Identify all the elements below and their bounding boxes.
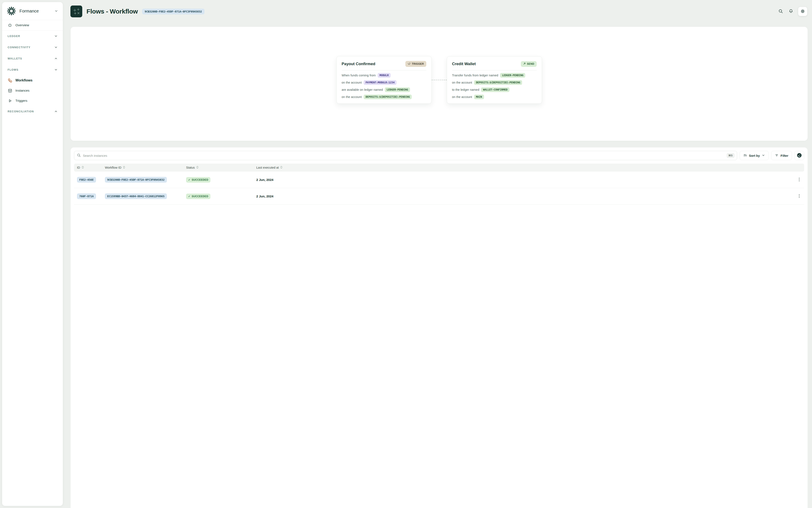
section-label: LEDGER — [8, 35, 20, 38]
sidebar-item-label: Overview — [15, 23, 29, 27]
line-text: on the account — [342, 95, 362, 98]
section-label: WALLETS — [8, 57, 22, 60]
instance-id-pill[interactable]: 760F-871A — [77, 194, 96, 199]
page-title: Flows - Workflow — [87, 8, 138, 15]
sort-by-button[interactable]: Sort by — [740, 151, 769, 160]
sidebar-item-triggers[interactable]: Triggers — [2, 96, 63, 106]
instances-toolbar: ⌘S Sort by — [74, 151, 804, 160]
chevron-down-icon — [54, 34, 58, 38]
table-header: ID Workflow ID Sta — [74, 164, 804, 172]
search-button[interactable] — [777, 8, 784, 15]
send-badge: SEND — [521, 61, 537, 67]
node-title: Credit Wallet — [452, 61, 476, 66]
notifications-button[interactable] — [788, 8, 794, 15]
chevron-down-icon — [54, 9, 58, 13]
table-row[interactable]: F8E2-456E 9CB3200D-F8E2-45DF-871A-0FC3F0… — [74, 172, 804, 188]
search-icon — [778, 9, 783, 14]
brand-name: Formance — [19, 9, 51, 13]
gear-icon — [800, 9, 805, 14]
sort-arrows-icon — [123, 166, 125, 169]
node-line: to the ledger named WALLET-CONFIRMED — [452, 87, 537, 92]
node-payout-confirmed[interactable]: Payout Confirmed TRIGGER — [336, 56, 432, 104]
brand-switcher[interactable]: Formance — [2, 2, 63, 20]
status-badge: ✓ SUCCEEDED — [186, 177, 211, 182]
tag-pill: DEPOSITS:${DEPOSITID}:PENDING — [364, 94, 412, 99]
refresh-icon — [408, 62, 410, 66]
trigger-badge: TRIGGER — [405, 61, 426, 67]
workflow-id-badge[interactable]: 9CB3200D-F8E2-45DF-871A-0FC3F09A5832 — [142, 9, 205, 14]
tag-pill: WALLET-CONFIRMED — [481, 87, 509, 92]
sidebar-section-wallets[interactable]: WALLETS — [2, 53, 63, 64]
chevron-up-icon — [54, 110, 58, 113]
sidebar-section-connectivity[interactable]: CONNECTIVITY — [2, 42, 63, 53]
column-header-status[interactable]: Status — [186, 166, 256, 169]
instances-panel: ⌘S Sort by — [71, 147, 808, 508]
tag-pill: LEDGER-PENDING — [385, 87, 410, 92]
line-text: on the account — [342, 81, 362, 84]
settings-button[interactable] — [798, 7, 807, 16]
sidebar-section-flows[interactable]: FLOWS — [2, 64, 63, 75]
node-line: are available on ledger named LEDGER-PEN… — [342, 87, 426, 92]
chevron-down-icon — [762, 154, 765, 158]
column-label: ID — [77, 166, 80, 169]
column-header-id[interactable]: ID — [77, 166, 105, 169]
column-header-last-executed-at[interactable]: Last executed at — [256, 166, 793, 169]
tag-pill: MODULR — [378, 73, 391, 78]
target-button[interactable] — [795, 151, 804, 160]
line-text: are available on ledger named — [342, 88, 383, 91]
last-executed-at: 2 Jun, 2024 — [256, 178, 793, 181]
node-line: When funds coming from MODULR — [342, 73, 426, 78]
node-line: on the account MAIN — [452, 94, 537, 99]
kebab-icon — [799, 194, 800, 199]
workflow-icon — [8, 78, 12, 83]
formance-logo-icon — [6, 6, 16, 16]
line-text: on the account — [452, 95, 472, 98]
node-header: Payout Confirmed TRIGGER — [342, 61, 426, 67]
tag-pill: LEDGER-PENDING — [500, 73, 525, 78]
sidebar-section-ledger[interactable]: LEDGER — [2, 31, 63, 42]
status-badge: ✓ SUCCEEDED — [186, 194, 211, 199]
instances-grid-icon — [8, 88, 12, 93]
filter-label: Filter — [780, 154, 788, 158]
chevron-down-icon — [54, 68, 58, 72]
home-icon — [8, 23, 12, 28]
app-root: Formance Overview LEDGER CONNECTIVITY — [0, 0, 812, 508]
badge-label: TRIGGER — [412, 62, 424, 66]
main-content: Flows - Workflow 9CB3200D-F8E2-45DF-871A… — [63, 0, 812, 508]
sidebar-item-label: Triggers — [15, 99, 27, 102]
sidebar-item-workflows[interactable]: Workflows — [2, 75, 63, 85]
sidebar-item-label: Instances — [15, 89, 30, 92]
status-label: SUCCEEDED — [191, 195, 208, 198]
filter-icon — [775, 154, 779, 158]
table-row[interactable]: 760F-871A EC1599BD-0437-4684-8841-CC2681… — [74, 188, 804, 205]
line-text: on the account — [452, 81, 472, 84]
row-actions-button[interactable] — [797, 176, 801, 184]
search-instances-input[interactable] — [83, 154, 725, 158]
sidebar-section-reconciliation[interactable]: RECONCILIATION — [2, 106, 63, 117]
section-label: FLOWS — [8, 68, 18, 71]
node-line: on the account PAYMENT:MODULR:1234 — [342, 80, 426, 85]
check-icon: ✓ — [188, 178, 190, 181]
badge-label: SEND — [527, 62, 534, 66]
column-header-workflow-id[interactable]: Workflow ID — [105, 166, 186, 169]
row-actions-button[interactable] — [797, 193, 801, 200]
node-header: Credit Wallet SEND — [452, 61, 537, 67]
instance-id-pill[interactable]: F8E2-456E — [77, 177, 96, 182]
node-connector — [432, 80, 447, 80]
workflow-id-pill[interactable]: 9CB3200D-F8E2-45DF-871A-0FC3F09A5832 — [105, 177, 167, 182]
search-icon — [77, 153, 81, 158]
node-credit-wallet[interactable]: Credit Wallet SEND Transfer fund — [447, 56, 542, 104]
kebab-icon — [799, 177, 800, 182]
filter-button[interactable]: Filter — [771, 151, 792, 160]
section-label: RECONCILIATION — [8, 110, 34, 113]
section-label: CONNECTIVITY — [8, 46, 31, 49]
line-text: to the ledger named — [452, 88, 480, 91]
sidebar-item-overview[interactable]: Overview — [2, 20, 63, 30]
flows-app-icon — [71, 5, 82, 17]
workflow-canvas[interactable]: Payout Confirmed TRIGGER — [71, 27, 808, 141]
topbar-actions — [777, 7, 807, 16]
arrow-up-right-icon — [523, 62, 526, 66]
sidebar-item-instances[interactable]: Instances — [2, 85, 63, 96]
search-instances-box[interactable]: ⌘S — [74, 151, 737, 160]
workflow-id-pill[interactable]: EC1599BD-0437-4684-8841-CC26812F0965 — [105, 194, 167, 199]
